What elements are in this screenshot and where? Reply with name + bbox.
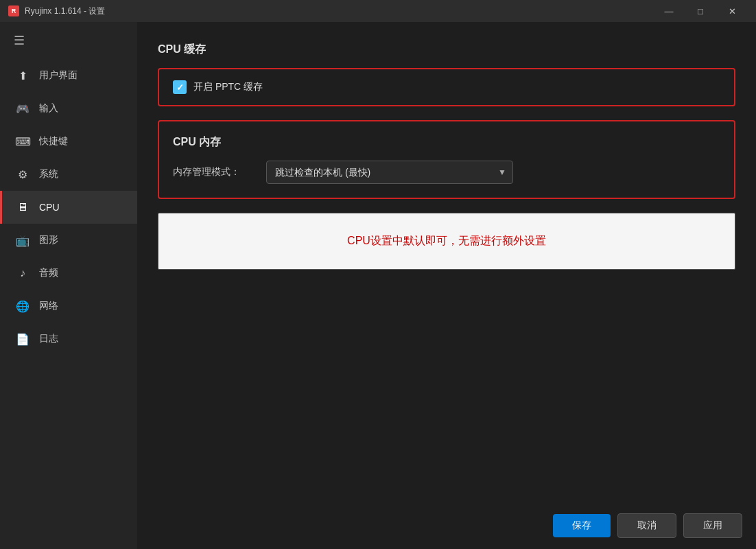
sidebar-item-log[interactable]: 📄 日志 xyxy=(0,323,137,355)
save-button[interactable]: 保存 xyxy=(553,514,611,537)
mem-mode-label: 内存管理模式： xyxy=(173,166,255,178)
cpu-cache-title: CPU 缓存 xyxy=(158,43,735,57)
content-area: CPU 缓存 开启 PPTC 缓存 CPU 内存 内存管理模式： 跳过检查的本机… xyxy=(137,22,756,549)
graphics-icon: 📺 xyxy=(16,233,29,247)
minimize-button[interactable]: — xyxy=(653,0,685,22)
cpu-memory-box: CPU 内存 内存管理模式： 跳过检查的本机 (最快) 本机 软件 ▼ xyxy=(158,120,735,199)
sidebar-item-label: 快捷键 xyxy=(39,135,68,148)
pptc-label: 开启 PPTC 缓存 xyxy=(193,81,263,93)
log-icon: 📄 xyxy=(16,332,29,346)
sidebar-item-network[interactable]: 🌐 网络 xyxy=(0,290,137,323)
hotkeys-icon: ⌨ xyxy=(16,135,29,148)
close-button[interactable]: ✕ xyxy=(716,0,748,22)
window-title: Ryujinx 1.1.614 - 设置 xyxy=(25,5,105,17)
sidebar-item-audio[interactable]: ♪ 音频 xyxy=(0,257,137,290)
apply-button[interactable]: 应用 xyxy=(683,513,742,538)
notice-text: CPU设置中默认即可，无需进行额外设置 xyxy=(347,235,546,246)
sidebar-item-label: 日志 xyxy=(39,333,58,345)
sidebar-item-label: 图形 xyxy=(39,234,58,246)
mem-mode-select[interactable]: 跳过检查的本机 (最快) 本机 软件 xyxy=(266,161,513,184)
cpu-memory-title: CPU 内存 xyxy=(173,135,720,150)
sidebar-item-label: 音频 xyxy=(39,267,58,279)
hamburger-icon[interactable]: ☰ xyxy=(0,22,137,59)
main-container: ☰ ⬆ 用户界面 🎮 输入 ⌨ 快捷键 ⚙ 系统 🖥 CPU 📺 图形 ♪ 音频 xyxy=(0,22,756,549)
input-icon: 🎮 xyxy=(16,102,29,115)
sidebar-item-graphics[interactable]: 📺 图形 xyxy=(0,224,137,257)
sidebar-item-label: 输入 xyxy=(39,102,58,115)
window-controls: — □ ✕ xyxy=(653,0,748,22)
title-bar-left: R Ryujinx 1.1.614 - 设置 xyxy=(8,5,105,17)
pptc-checkbox-row: 开启 PPTC 缓存 xyxy=(173,80,720,94)
cpu-cache-section: CPU 缓存 开启 PPTC 缓存 xyxy=(158,43,735,106)
bottom-bar: 保存 取消 应用 xyxy=(539,502,756,549)
sidebar-item-hotkeys[interactable]: ⌨ 快捷键 xyxy=(0,125,137,158)
sidebar-item-label: CPU xyxy=(39,202,60,213)
maximize-button[interactable]: □ xyxy=(685,0,716,22)
cpu-cache-box: 开启 PPTC 缓存 xyxy=(158,68,735,106)
cpu-icon: 🖥 xyxy=(16,200,29,214)
sidebar-item-label: 用户界面 xyxy=(39,69,78,82)
sidebar-item-system[interactable]: ⚙ 系统 xyxy=(0,158,137,191)
mem-mode-row: 内存管理模式： 跳过检查的本机 (最快) 本机 软件 ▼ xyxy=(173,161,720,184)
mem-mode-select-wrapper: 跳过检查的本机 (最快) 本机 软件 ▼ xyxy=(266,161,513,184)
network-icon: 🌐 xyxy=(16,299,29,313)
sidebar-item-input[interactable]: 🎮 输入 xyxy=(0,92,137,125)
notice-box: CPU设置中默认即可，无需进行额外设置 xyxy=(158,213,735,270)
sidebar: ☰ ⬆ 用户界面 🎮 输入 ⌨ 快捷键 ⚙ 系统 🖥 CPU 📺 图形 ♪ 音频 xyxy=(0,22,137,549)
system-icon: ⚙ xyxy=(16,167,29,181)
sidebar-item-label: 网络 xyxy=(39,300,58,312)
cancel-button[interactable]: 取消 xyxy=(617,513,676,538)
cpu-memory-section: CPU 内存 内存管理模式： 跳过检查的本机 (最快) 本机 软件 ▼ xyxy=(158,120,735,199)
sidebar-item-label: 系统 xyxy=(39,168,58,180)
title-bar: R Ryujinx 1.1.614 - 设置 — □ ✕ xyxy=(0,0,756,22)
pptc-checkbox[interactable] xyxy=(173,80,187,94)
app-icon: R xyxy=(8,5,19,16)
ui-icon: ⬆ xyxy=(16,69,29,82)
sidebar-item-ui[interactable]: ⬆ 用户界面 xyxy=(0,59,137,92)
sidebar-item-cpu[interactable]: 🖥 CPU xyxy=(0,191,137,224)
audio-icon: ♪ xyxy=(16,266,29,280)
